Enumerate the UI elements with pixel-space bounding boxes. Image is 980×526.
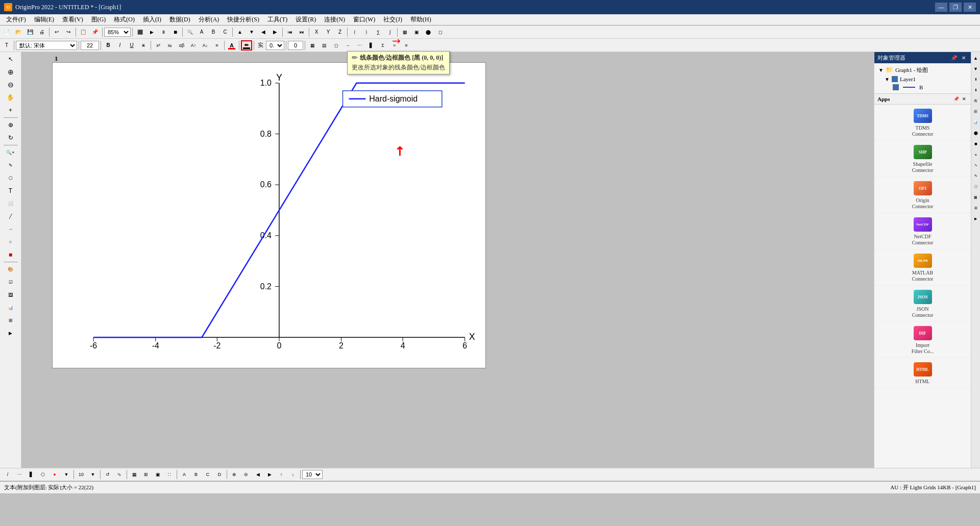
- checkbox-tool[interactable]: ☑: [3, 276, 18, 288]
- line-width-select[interactable]: 0.5 1.0 2.0: [266, 41, 284, 50]
- brush-tool[interactable]: ⬡: [3, 172, 18, 184]
- menu-edit[interactable]: 编辑(E): [30, 14, 58, 25]
- far-right-btn-12[interactable]: ✎: [972, 171, 980, 181]
- om-close-button[interactable]: ✕: [960, 54, 968, 62]
- title-close-button[interactable]: ✕: [964, 3, 976, 12]
- tb-btn-15[interactable]: X: [311, 27, 322, 37]
- tb-btn-19[interactable]: ⟩: [361, 27, 372, 37]
- tb-btn-20[interactable]: ∑: [373, 27, 384, 37]
- far-right-btn-8[interactable]: ⬤: [972, 128, 980, 138]
- far-right-btn-10[interactable]: ≡: [972, 149, 980, 160]
- bt-btn-10[interactable]: ∿: [114, 469, 125, 480]
- plus-tool[interactable]: +: [3, 104, 18, 116]
- bt-btn-15[interactable]: A: [179, 469, 190, 480]
- far-right-btn-1[interactable]: ▲: [972, 53, 980, 63]
- far-right-btn-4[interactable]: ⬇: [972, 85, 980, 95]
- font-color-button[interactable]: A: [226, 40, 237, 51]
- tb-btn-24[interactable]: ⬤: [423, 27, 434, 37]
- tb-btn-4[interactable]: ⏹: [169, 27, 181, 37]
- tb-btn-13[interactable]: ⏮: [284, 27, 296, 37]
- annotate-tool[interactable]: 🔍+: [3, 146, 18, 159]
- menu-help[interactable]: 帮助(H): [406, 14, 435, 25]
- tb-btn-7[interactable]: B: [208, 27, 219, 37]
- menu-analysis[interactable]: 分析(A): [194, 14, 224, 25]
- far-right-btn-15[interactable]: ⊞: [972, 203, 980, 213]
- far-right-btn-16[interactable]: ▶: [972, 214, 980, 224]
- font-name-select[interactable]: 默认: 宋体: [16, 41, 77, 50]
- crosshair-tool[interactable]: ⊕: [3, 119, 18, 131]
- om-b-item[interactable]: B: [876, 83, 969, 91]
- app-item-netcdf[interactable]: NetCDF NetCDFConnector: [874, 213, 971, 249]
- tb-btn-14[interactable]: ⏭: [296, 27, 307, 37]
- pointer-tool[interactable]: ↖: [3, 53, 18, 65]
- zoom-out-tool[interactable]: ⊖: [3, 79, 18, 91]
- grid-button[interactable]: ▦: [307, 40, 318, 51]
- tb-btn-2[interactable]: ▶: [146, 27, 157, 37]
- tb-btn-16[interactable]: Y: [323, 27, 334, 37]
- smaller-font-button[interactable]: A↓: [200, 40, 211, 51]
- bt-btn-16[interactable]: B: [190, 469, 202, 480]
- menu-window[interactable]: 窗口(W): [349, 14, 379, 25]
- bt-btn-1[interactable]: /: [2, 469, 13, 480]
- box-tool[interactable]: ⬜: [3, 197, 18, 210]
- menu-social[interactable]: 社交(J): [379, 14, 406, 25]
- om-b-checkbox[interactable]: [893, 84, 899, 90]
- bold-button[interactable]: B: [103, 40, 114, 51]
- strikethrough-button[interactable]: x: [138, 40, 149, 51]
- scatter-button[interactable]: ⋯: [354, 40, 365, 51]
- menu-graph[interactable]: 图(G): [87, 14, 110, 25]
- app-item-shp[interactable]: SHP ShapefileConnector: [874, 141, 971, 177]
- subscript-button[interactable]: x₂: [164, 40, 176, 51]
- bt-btn-5[interactable]: ●: [49, 469, 60, 480]
- bt-btn-4[interactable]: ⬡: [37, 469, 48, 480]
- fill-button[interactable]: ▤: [318, 40, 330, 51]
- bt-btn-24[interactable]: ↓: [287, 469, 299, 480]
- bt-btn-17[interactable]: C: [202, 469, 213, 480]
- redo-button[interactable]: ↪: [63, 27, 74, 37]
- italic-button[interactable]: I: [114, 40, 126, 51]
- app-item-json[interactable]: JSON JSONConnector: [874, 286, 971, 322]
- tb-btn-6[interactable]: A: [196, 27, 207, 37]
- far-right-btn-9[interactable]: ◼: [972, 139, 980, 149]
- font-size-input[interactable]: [81, 41, 99, 50]
- bt-btn-14[interactable]: ∷: [164, 469, 175, 480]
- far-right-btn-2[interactable]: ▼: [972, 64, 980, 74]
- undo-button[interactable]: ↩: [51, 27, 62, 37]
- tb-btn-12[interactable]: ▶: [270, 27, 281, 37]
- chart-tool[interactable]: 📊: [3, 302, 18, 314]
- paste-button[interactable]: 📌: [89, 27, 101, 37]
- save-button[interactable]: 💾: [24, 27, 36, 37]
- om-layer-expand-icon[interactable]: ▼: [885, 77, 890, 82]
- print-button[interactable]: 🖨: [36, 27, 47, 37]
- tb-btn-8[interactable]: C: [219, 27, 231, 37]
- far-right-btn-7[interactable]: 📊: [972, 117, 980, 128]
- bt-btn-18[interactable]: D: [214, 469, 225, 480]
- title-minimize-button[interactable]: —: [935, 3, 947, 12]
- arrow-draw-tool[interactable]: →: [3, 223, 18, 235]
- menu-view[interactable]: 查看(V): [58, 14, 87, 25]
- text-tool[interactable]: T: [3, 185, 18, 197]
- far-right-btn-11[interactable]: ∿: [972, 160, 980, 170]
- alpha-button[interactable]: αβ: [176, 40, 187, 51]
- draw-tool[interactable]: ✎: [3, 159, 18, 171]
- app-item-opj[interactable]: OPJ OriginConnector: [874, 177, 971, 213]
- far-right-btn-14[interactable]: ▦: [972, 192, 980, 203]
- rotate-tool[interactable]: ↻: [3, 132, 18, 144]
- underline-button[interactable]: U: [126, 40, 137, 51]
- circle-tool[interactable]: ○: [3, 236, 18, 248]
- border-button[interactable]: ◻: [330, 40, 341, 51]
- new-button[interactable]: 📄: [1, 27, 12, 37]
- value-input[interactable]: [288, 41, 303, 50]
- apps-pin-button[interactable]: 📌: [952, 95, 960, 103]
- extra-btn2[interactable]: ≈: [389, 40, 400, 51]
- far-right-btn-3[interactable]: ⬆: [972, 74, 980, 85]
- menu-settings[interactable]: 设置(R): [291, 14, 320, 25]
- om-layer1-item[interactable]: ▼ Layer1: [876, 75, 969, 83]
- bt-btn-19[interactable]: ⊕: [229, 469, 240, 480]
- tb-btn-17[interactable]: Z: [334, 27, 346, 37]
- color-picker-tool[interactable]: 🎨: [3, 263, 18, 275]
- menu-data[interactable]: 数据(D): [165, 14, 194, 25]
- copy-button[interactable]: 📋: [78, 27, 89, 37]
- om-layer1-checkbox[interactable]: [892, 76, 898, 82]
- line-tool[interactable]: ╱: [3, 210, 18, 222]
